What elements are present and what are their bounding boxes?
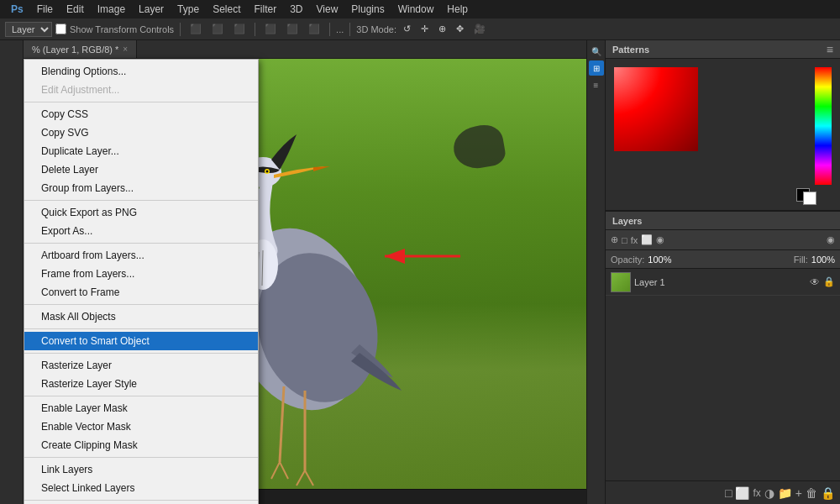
patterns-title: Patterns bbox=[612, 45, 649, 55]
options-toolbar: Layer Show Transform Controls ⬛ ⬛ ⬛ ⬛ ⬛ … bbox=[0, 18, 840, 40]
background-color-swatch[interactable] bbox=[803, 192, 816, 205]
left-tool-panel bbox=[0, 40, 24, 504]
distribute-icon-2[interactable]: ⬛ bbox=[283, 22, 302, 36]
layers-tab-label[interactable]: Layers bbox=[612, 216, 642, 226]
layers-panel: Layers ⊕ □ fx ⬜ ◉ ◉ Opacity: 100% Fill: … bbox=[606, 210, 840, 480]
menu-layer[interactable]: Layer bbox=[133, 2, 170, 17]
context-menu-item[interactable]: Group from Layers... bbox=[24, 179, 258, 197]
arrow-svg bbox=[376, 244, 477, 269]
layers-panel-header: Layers bbox=[606, 212, 840, 230]
context-menu-item[interactable]: Copy CSS bbox=[24, 105, 258, 123]
menu-help[interactable]: Help bbox=[441, 2, 474, 17]
layer-1-row[interactable]: Layer 1 👁 🔒 bbox=[606, 269, 840, 296]
create-folder-icon[interactable]: 📁 bbox=[778, 486, 792, 500]
distribute-icon-3[interactable]: ⬛ bbox=[305, 22, 323, 36]
toolbar-sep-1 bbox=[180, 23, 181, 36]
context-menu-item[interactable]: Quick Export as PNG bbox=[24, 203, 258, 222]
context-menu-item[interactable]: Copy SVG bbox=[24, 123, 258, 142]
right-panel: Patterns ≡ Layers ⊕ □ fx ⬜ ◉ ◉ Opacity: … bbox=[605, 40, 840, 504]
menu-edit[interactable]: Edit bbox=[60, 2, 90, 17]
layer-eye-icon[interactable]: 👁 bbox=[810, 276, 820, 288]
align-left-icon[interactable]: ⬛ bbox=[186, 22, 205, 36]
svg-line-12 bbox=[297, 470, 305, 486]
grid-panel-icon[interactable]: ⊞ bbox=[589, 60, 604, 76]
toolbar-sep-3 bbox=[329, 23, 330, 36]
color-panel bbox=[606, 59, 840, 210]
3d-move-icon[interactable]: ✥ bbox=[453, 22, 467, 36]
more-options-label[interactable]: ... bbox=[336, 24, 344, 34]
filter-type-icon: ⊕ bbox=[611, 234, 618, 245]
filter-toggle[interactable]: ◉ bbox=[827, 234, 835, 245]
show-transform-checkbox[interactable] bbox=[55, 24, 66, 34]
layer-lock-icon[interactable]: 🔒 bbox=[823, 276, 835, 287]
tab-close-button[interactable]: × bbox=[123, 45, 128, 54]
menubar: Ps File Edit Image Layer Type Select Fil… bbox=[0, 0, 840, 18]
distribute-icon-1[interactable]: ⬛ bbox=[261, 22, 280, 36]
menu-separator bbox=[24, 500, 258, 501]
menu-filter[interactable]: Filter bbox=[248, 2, 282, 17]
add-mask-icon[interactable]: ⬜ bbox=[735, 486, 749, 500]
menu-ps[interactable]: Ps bbox=[5, 2, 29, 17]
menu-image[interactable]: Image bbox=[92, 2, 131, 17]
menu-window[interactable]: Window bbox=[392, 2, 440, 17]
layer-thumb bbox=[611, 272, 631, 292]
menu-plugins[interactable]: Plugins bbox=[345, 2, 390, 17]
svg-point-4 bbox=[266, 171, 269, 173]
context-menu-item[interactable]: Rasterize Layer bbox=[24, 356, 258, 375]
lock-layers-icon[interactable]: 🔒 bbox=[821, 486, 835, 500]
opacity-value[interactable]: 100% bbox=[648, 255, 671, 265]
menu-separator bbox=[24, 102, 258, 102]
context-menu-item[interactable]: Enable Layer Mask bbox=[24, 399, 258, 417]
menu-separator bbox=[24, 396, 258, 396]
toolbar-sep-2 bbox=[255, 23, 255, 36]
3d-pan-icon[interactable]: ✛ bbox=[417, 22, 432, 36]
context-menu-item[interactable]: Convert to Frame bbox=[24, 283, 258, 302]
menu-select[interactable]: Select bbox=[207, 2, 246, 17]
create-adjustment-icon[interactable]: ◑ bbox=[764, 486, 774, 500]
context-menu-item[interactable]: Enable Vector Mask bbox=[24, 417, 258, 436]
search-panel-icon[interactable]: 🔍 bbox=[589, 44, 604, 59]
add-layer-icon[interactable]: + bbox=[795, 486, 802, 500]
align-center-icon[interactable]: ⬛ bbox=[208, 22, 227, 36]
context-menu-item[interactable]: Duplicate Layer... bbox=[24, 142, 258, 160]
menu-file[interactable]: File bbox=[31, 2, 59, 17]
context-menu[interactable]: Blending Options...Edit Adjustment...Cop… bbox=[24, 59, 259, 504]
menu-type[interactable]: Type bbox=[171, 2, 205, 17]
patterns-panel-header: Patterns ≡ bbox=[606, 40, 840, 59]
icon-strip: 🔍 ⊞ ≡ bbox=[586, 40, 605, 504]
context-menu-item[interactable]: Convert to Smart Object bbox=[24, 332, 258, 350]
context-menu-item[interactable]: Mask All Objects bbox=[24, 307, 258, 326]
context-menu-item[interactable]: Create Clipping Mask bbox=[24, 436, 258, 454]
context-menu-item[interactable]: Frame from Layers... bbox=[24, 265, 258, 283]
context-menu-item[interactable]: Edit Adjustment... bbox=[24, 81, 258, 99]
layers-icon-strip[interactable]: ≡ bbox=[589, 77, 604, 92]
color-picker-large[interactable] bbox=[614, 67, 698, 151]
canvas-area: % (Layer 1, RGB/8) * × bbox=[24, 40, 605, 504]
canvas-tab[interactable]: % (Layer 1, RGB/8) * × bbox=[24, 40, 137, 58]
toolbar-sep-4 bbox=[349, 23, 350, 36]
3d-zoom-icon[interactable]: ⊕ bbox=[435, 22, 449, 36]
context-menu-item[interactable]: Delete Layer bbox=[24, 160, 258, 179]
3d-camera-icon[interactable]: 🎥 bbox=[470, 22, 489, 36]
context-menu-item[interactable]: Link Layers bbox=[24, 460, 258, 479]
opacity-label: Opacity: bbox=[611, 255, 644, 265]
create-group-icon[interactable]: □ bbox=[725, 486, 732, 500]
menu-3d[interactable]: 3D bbox=[284, 2, 308, 17]
context-menu-item[interactable]: Blending Options... bbox=[24, 62, 258, 81]
fx-icon[interactable]: fx bbox=[753, 487, 760, 499]
3d-rotate-icon[interactable]: ↺ bbox=[400, 22, 414, 36]
context-menu-item[interactable]: Export As... bbox=[24, 222, 258, 240]
context-menu-item[interactable]: Select Linked Layers bbox=[24, 479, 258, 497]
layer-select[interactable]: Layer bbox=[5, 22, 52, 37]
patterns-menu-icon[interactable]: ≡ bbox=[827, 43, 833, 56]
filter-mask-icon: ⬜ bbox=[641, 234, 653, 245]
tab-label: % (Layer 1, RGB/8) * bbox=[32, 45, 118, 55]
delete-layer-icon[interactable]: 🗑 bbox=[806, 486, 817, 500]
menu-separator bbox=[24, 304, 258, 305]
align-right-icon[interactable]: ⬛ bbox=[230, 22, 249, 36]
context-menu-item[interactable]: Rasterize Layer Style bbox=[24, 375, 258, 393]
fill-value[interactable]: 100% bbox=[811, 255, 835, 265]
menu-view[interactable]: View bbox=[311, 2, 344, 17]
context-menu-item[interactable]: Artboard from Layers... bbox=[24, 246, 258, 265]
color-gradient-strip[interactable] bbox=[815, 67, 832, 185]
